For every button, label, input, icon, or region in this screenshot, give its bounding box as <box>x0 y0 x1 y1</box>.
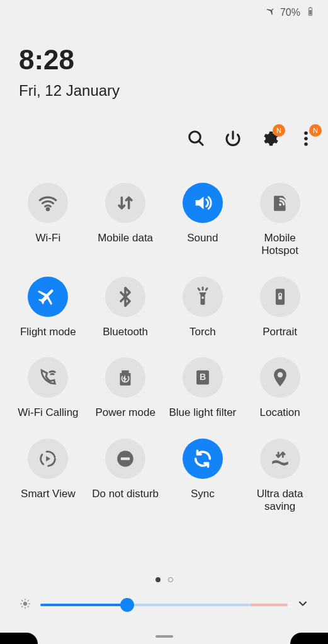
power-button[interactable] <box>223 129 242 148</box>
notification-badge: N <box>273 124 285 137</box>
page-dot-active <box>156 577 161 582</box>
blue-light-icon: B <box>183 357 223 398</box>
tile-label: Bluetooth <box>103 326 148 338</box>
svg-line-29 <box>28 601 28 601</box>
tile-mobile-data[interactable]: Mobile data <box>87 183 164 258</box>
svg-point-7 <box>304 142 308 146</box>
svg-line-26 <box>22 601 23 601</box>
location-icon <box>260 357 300 398</box>
torch-icon <box>183 277 223 317</box>
svg-text:B: B <box>200 372 206 382</box>
svg-point-9 <box>279 204 281 206</box>
settings-button[interactable]: N <box>260 129 279 148</box>
brightness-slider[interactable] <box>40 604 288 606</box>
tile-wifi[interactable]: Wi-Fi <box>9 183 87 258</box>
svg-line-4 <box>199 141 203 145</box>
tile-label: Power mode <box>95 406 155 419</box>
tile-label: Sync <box>191 488 215 500</box>
tile-ultra-data[interactable]: Ultra data saving <box>241 439 319 514</box>
tile-torch[interactable]: Torch <box>164 277 242 338</box>
tile-location[interactable]: Location <box>241 357 319 419</box>
svg-point-21 <box>24 602 27 606</box>
wifi-icon <box>28 183 68 223</box>
sound-icon <box>183 183 223 223</box>
tile-power-mode[interactable]: Power mode <box>87 357 164 419</box>
tile-hotspot[interactable]: Mobile Hotspot <box>241 183 319 258</box>
svg-rect-20 <box>121 457 130 459</box>
tile-dnd[interactable]: Do not disturb <box>87 439 164 514</box>
screen-corner <box>290 633 328 644</box>
tile-wifi-calling[interactable]: Wi-Fi Calling <box>9 357 87 419</box>
clock: 8:28 <box>19 44 74 76</box>
notification-badge: N <box>309 124 322 137</box>
tile-label: Blue light filter <box>169 406 236 419</box>
tile-label: Sound <box>187 232 218 244</box>
power-mode-icon <box>105 357 145 398</box>
mobile-data-icon <box>105 183 145 223</box>
slider-thumb[interactable] <box>120 598 134 612</box>
tile-label: Portrait <box>263 326 297 338</box>
svg-point-10 <box>201 296 204 299</box>
smart-view-icon <box>28 439 68 479</box>
brightness-row <box>19 597 309 612</box>
svg-rect-1 <box>310 7 312 8</box>
tile-flight-mode[interactable]: Flight mode <box>9 277 87 338</box>
tile-portrait[interactable]: Portrait <box>241 277 319 338</box>
bluetooth-icon <box>105 277 145 317</box>
tile-sync[interactable]: Sync <box>164 439 242 514</box>
tile-sound[interactable]: Sound <box>164 183 242 258</box>
tile-label: Mobile Hotspot <box>246 232 315 258</box>
svg-line-28 <box>22 606 23 607</box>
svg-rect-15 <box>278 296 282 299</box>
svg-rect-2 <box>309 10 311 14</box>
wifi-calling-icon <box>28 357 68 398</box>
tile-label: Torch <box>189 326 216 338</box>
tile-label: Do not disturb <box>92 488 159 500</box>
tile-blue-light[interactable]: B Blue light filter <box>164 357 242 419</box>
expand-button[interactable] <box>297 597 309 612</box>
tile-bluetooth[interactable]: Bluetooth <box>87 277 164 338</box>
tile-label: Wi-Fi <box>36 232 61 244</box>
tile-label: Wi-Fi Calling <box>18 406 78 419</box>
status-bar: 70% <box>265 6 315 19</box>
tile-label: Location <box>259 406 300 419</box>
brightness-icon <box>19 597 31 612</box>
airplane-icon <box>28 277 68 317</box>
sync-icon <box>183 439 223 479</box>
tile-label: Ultra data saving <box>246 488 315 514</box>
search-button[interactable] <box>187 129 206 148</box>
portrait-lock-icon <box>260 277 300 317</box>
hotspot-icon <box>260 183 300 223</box>
airplane-icon <box>265 6 275 19</box>
svg-point-8 <box>47 208 49 210</box>
more-button[interactable]: N <box>297 129 315 148</box>
home-indicator[interactable] <box>156 635 173 638</box>
tile-label: Mobile data <box>98 232 153 244</box>
page-dot <box>168 577 173 582</box>
svg-line-13 <box>206 288 207 290</box>
svg-line-12 <box>198 288 200 290</box>
ultra-data-icon <box>260 439 300 479</box>
page-indicator[interactable] <box>0 577 328 582</box>
qs-toolbar: N N <box>187 129 315 148</box>
svg-line-27 <box>28 606 28 607</box>
svg-point-6 <box>304 137 308 141</box>
svg-point-5 <box>304 132 308 135</box>
battery-icon <box>305 6 315 19</box>
quick-settings-grid: Wi-Fi Mobile data Sound Mobile Hotspot F… <box>0 183 328 513</box>
tile-label: Smart View <box>21 488 76 500</box>
dnd-icon <box>105 439 145 479</box>
tile-smart-view[interactable]: Smart View <box>9 439 87 514</box>
date: Fri, 12 January <box>19 82 120 100</box>
battery-text: 70% <box>280 7 300 18</box>
tile-label: Flight mode <box>20 326 76 338</box>
screen-corner <box>0 633 38 644</box>
